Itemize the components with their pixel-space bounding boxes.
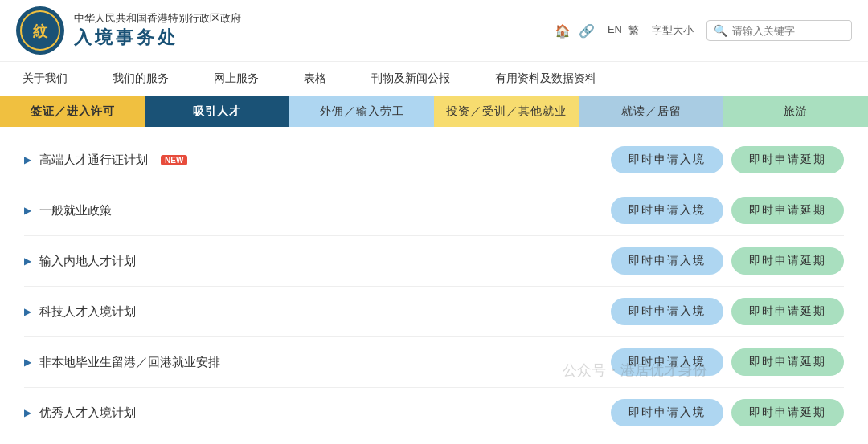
arrow-icon: ▶ (24, 255, 31, 267)
search-box: 🔍 (706, 20, 852, 41)
arrow-icon: ▶ (24, 407, 31, 418)
list-item-left: ▶科技人才入境计划 (24, 304, 136, 320)
nav-item-services[interactable]: 我们的服务 (90, 62, 191, 96)
list-item-right: 即时申请入境即时申请延期 (611, 348, 844, 376)
list-item-left: ▶高端人才通行证计划NEW (24, 153, 187, 168)
nav-item-publications[interactable]: 刊物及新闻公报 (349, 62, 473, 96)
main-nav: 关于我们 我们的服务 网上服务 表格 刊物及新闻公报 有用资料及数据资料 (0, 62, 868, 96)
nav-item-resources[interactable]: 有用资料及数据资料 (473, 62, 619, 96)
list-item: ▶输入内地人才计划即时申请入境即时申请延期 (24, 236, 844, 287)
nav-item-forms[interactable]: 表格 (281, 62, 349, 96)
apply-extension-btn[interactable]: 即时申请延期 (731, 348, 844, 376)
subnav-investment[interactable]: 投资／受训／其他就业 (434, 96, 579, 127)
list-item-label: 输入内地人才计划 (39, 254, 136, 269)
logo: 紋 (16, 6, 64, 55)
header-right: 🏠 🔗 EN 繁 字型大小 🔍 (555, 20, 852, 41)
list-item-right: 即时申请入境即时申请延期 (611, 399, 844, 426)
title-top: 中华人民共和国香港特别行政区政府 (74, 11, 241, 26)
list-item: ▶输入中国籍香港永久性居民第二代计划即时申请入境 (24, 438, 844, 444)
nav-item-about[interactable]: 关于我们 (0, 62, 90, 96)
search-icon: 🔍 (714, 24, 727, 37)
list-item-right: 即时申请入境即时申请延期 (611, 146, 844, 173)
list-item-label: 非本地毕业生留港／回港就业安排 (39, 355, 220, 370)
apply-entry-btn[interactable]: 即时申请入境 (611, 146, 723, 173)
list-item: ▶非本地毕业生留港／回港就业安排即时申请入境即时申请延期 (24, 337, 844, 388)
apply-extension-btn[interactable]: 即时申请延期 (731, 298, 844, 325)
search-input[interactable] (732, 25, 845, 37)
list-item-right: 即时申请入境即时申请延期 (611, 298, 844, 325)
list-item: ▶科技人才入境计划即时申请入境即时申请延期 (24, 287, 844, 337)
header: 紋 中华人民共和国香港特别行政区政府 入境事务处 🏠 🔗 EN 繁 字型大小 🔍 (0, 0, 868, 62)
list-item: ▶优秀人才入境计划即时申请入境即时申请延期 (24, 388, 844, 438)
apply-entry-btn[interactable]: 即时申请入境 (611, 399, 723, 426)
arrow-icon: ▶ (24, 154, 31, 165)
title-block: 中华人民共和国香港特别行政区政府 入境事务处 (74, 11, 241, 50)
header-icons: 🏠 🔗 (555, 23, 595, 39)
apply-entry-btn[interactable]: 即时申请入境 (611, 298, 723, 325)
nav-item-online[interactable]: 网上服务 (191, 62, 281, 96)
subnav-study[interactable]: 就读／居留 (579, 96, 723, 127)
apply-extension-btn[interactable]: 即时申请延期 (731, 399, 844, 426)
list-item-left: ▶一般就业政策 (24, 203, 112, 218)
lang-en-btn[interactable]: EN (608, 23, 622, 38)
home-icon[interactable]: 🏠 (555, 23, 571, 39)
list-item-right: 即时申请入境即时申请延期 (611, 197, 844, 224)
share-icon[interactable]: 🔗 (579, 23, 595, 39)
list-item-left: ▶输入内地人才计划 (24, 254, 136, 269)
content-area: ▶高端人才通行证计划NEW即时申请入境即时申请延期▶一般就业政策即时申请入境即时… (0, 127, 868, 444)
header-left: 紋 中华人民共和国香港特别行政区政府 入境事务处 (16, 6, 241, 55)
lang-switcher: EN 繁 (608, 23, 639, 38)
subnav-helpers[interactable]: 外佣／输入劳工 (289, 96, 434, 127)
svg-text:紋: 紋 (32, 23, 48, 39)
list-item-label: 优秀人才入境计划 (39, 405, 136, 421)
apply-entry-btn[interactable]: 即时申请入境 (611, 197, 723, 224)
sub-nav: 签证／进入许可 吸引人才 外佣／输入劳工 投资／受训／其他就业 就读／居留 旅游 (0, 96, 868, 127)
apply-entry-btn[interactable]: 即时申请入境 (611, 247, 723, 275)
title-main: 入境事务处 (74, 26, 241, 50)
list-item: ▶一般就业政策即时申请入境即时申请延期 (24, 185, 844, 236)
arrow-icon: ▶ (24, 306, 31, 317)
list-item-left: ▶非本地毕业生留港／回港就业安排 (24, 355, 220, 370)
list-item-label: 科技人才入境计划 (39, 304, 136, 320)
new-badge: NEW (161, 155, 187, 165)
subnav-talent[interactable]: 吸引人才 (145, 96, 289, 127)
subnav-visa[interactable]: 签证／进入许可 (0, 96, 145, 127)
apply-extension-btn[interactable]: 即时申请延期 (731, 197, 844, 224)
apply-extension-btn[interactable]: 即时申请延期 (731, 146, 844, 173)
font-size-btn[interactable]: 字型大小 (652, 23, 694, 38)
list-item-label: 一般就业政策 (39, 203, 112, 218)
list-item-label: 高端人才通行证计划 (39, 153, 148, 168)
list-item-right: 即时申请入境即时申请延期 (611, 247, 844, 275)
apply-extension-btn[interactable]: 即时申请延期 (731, 247, 844, 275)
subnav-tourism[interactable]: 旅游 (723, 96, 868, 127)
list-item-left: ▶优秀人才入境计划 (24, 405, 136, 421)
list-item: ▶高端人才通行证计划NEW即时申请入境即时申请延期 (24, 135, 844, 185)
arrow-icon: ▶ (24, 356, 31, 368)
arrow-icon: ▶ (24, 205, 31, 216)
lang-tc-btn[interactable]: 繁 (628, 23, 639, 38)
apply-entry-btn[interactable]: 即时申请入境 (611, 348, 723, 376)
